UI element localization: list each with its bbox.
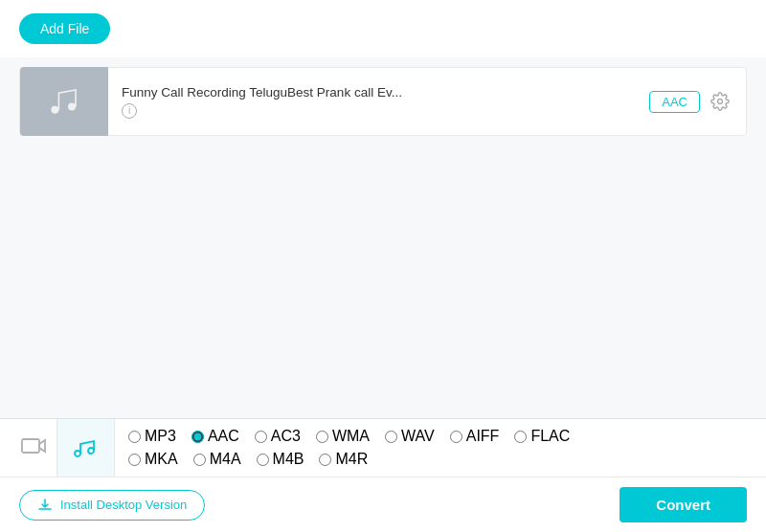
format-option-aiff[interactable]: AIFF xyxy=(450,428,500,445)
file-thumbnail xyxy=(20,67,108,136)
tab-video[interactable] xyxy=(10,419,57,477)
format-option-mka[interactable]: MKA xyxy=(128,451,178,468)
tab-audio[interactable] xyxy=(57,419,115,477)
video-icon xyxy=(20,434,47,461)
format-option-wav[interactable]: WAV xyxy=(385,428,435,445)
label-m4b: M4B xyxy=(273,451,304,468)
radio-aac[interactable] xyxy=(192,431,204,443)
label-m4a: M4A xyxy=(210,451,241,468)
svg-point-1 xyxy=(68,103,76,111)
footer-bar: Install Desktop Version Convert xyxy=(0,477,766,532)
svg-point-2 xyxy=(718,100,723,104)
radio-m4b[interactable] xyxy=(257,454,269,466)
radio-m4a[interactable] xyxy=(193,454,206,466)
label-aac: AAC xyxy=(208,428,239,445)
radio-ac3[interactable] xyxy=(255,431,267,443)
install-label: Install Desktop Version xyxy=(60,498,187,512)
radio-mp3[interactable] xyxy=(128,431,141,443)
file-meta: i xyxy=(122,103,636,119)
svg-rect-3 xyxy=(22,439,39,453)
label-wma: WMA xyxy=(332,428,370,445)
radio-mka[interactable] xyxy=(128,454,141,466)
file-list: Funny Call Recording TeluguBest Prank ca… xyxy=(0,57,766,418)
svg-point-4 xyxy=(75,451,80,456)
format-option-m4b[interactable]: M4B xyxy=(257,451,304,468)
label-ac3: AC3 xyxy=(271,428,301,445)
format-option-mp3[interactable]: MP3 xyxy=(128,428,176,445)
label-mka: MKA xyxy=(145,451,178,468)
svg-point-0 xyxy=(51,106,58,114)
format-row-1: MP3 AAC AC3 WMA WAV xyxy=(128,428,743,445)
format-option-wma[interactable]: WMA xyxy=(316,428,370,445)
format-option-aac[interactable]: AAC xyxy=(192,428,239,445)
label-wav: WAV xyxy=(401,428,435,445)
settings-icon[interactable] xyxy=(710,91,731,112)
install-desktop-button[interactable]: Install Desktop Version xyxy=(19,490,205,521)
svg-point-5 xyxy=(88,448,94,454)
bottom-panel: MP3 AAC AC3 WMA WAV xyxy=(0,418,766,532)
format-row-2: MKA M4A M4B M4R xyxy=(128,451,743,468)
label-aiff: AIFF xyxy=(466,428,500,445)
download-icon xyxy=(37,498,53,513)
radio-flac[interactable] xyxy=(514,431,527,443)
label-flac: FLAC xyxy=(530,428,570,445)
format-badge-button[interactable]: AAC xyxy=(649,91,700,113)
radio-wma[interactable] xyxy=(316,431,328,443)
format-option-m4a[interactable]: M4A xyxy=(193,451,241,468)
label-m4r: M4R xyxy=(335,451,368,468)
file-actions: AAC xyxy=(649,91,746,113)
label-mp3: MP3 xyxy=(145,428,176,445)
format-selector: MP3 AAC AC3 WMA WAV xyxy=(0,419,766,477)
radio-m4r[interactable] xyxy=(319,454,331,466)
audio-icon xyxy=(73,434,100,461)
file-name: Funny Call Recording TeluguBest Prank ca… xyxy=(122,85,524,100)
format-options: MP3 AAC AC3 WMA WAV xyxy=(115,420,756,476)
format-option-m4r[interactable]: M4R xyxy=(319,451,368,468)
top-bar: Add File xyxy=(0,0,766,57)
file-info: Funny Call Recording TeluguBest Prank ca… xyxy=(108,76,649,128)
file-item: Funny Call Recording TeluguBest Prank ca… xyxy=(19,67,747,136)
convert-button[interactable]: Convert xyxy=(620,487,747,522)
format-option-ac3[interactable]: AC3 xyxy=(255,428,301,445)
radio-aiff[interactable] xyxy=(450,431,462,443)
radio-wav[interactable] xyxy=(385,431,397,443)
format-option-flac[interactable]: FLAC xyxy=(514,428,570,445)
add-file-button[interactable]: Add File xyxy=(19,13,110,44)
music-note-icon xyxy=(45,82,83,121)
info-icon[interactable]: i xyxy=(122,103,137,119)
